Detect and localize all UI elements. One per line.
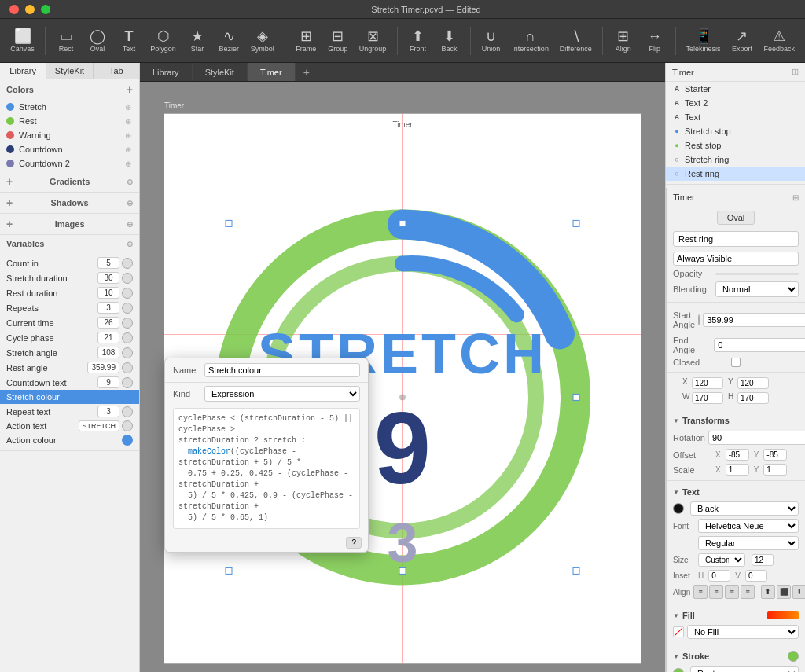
align-middle-btn[interactable]: ⬛	[777, 585, 791, 599]
layer-rest-stop[interactable]: ● Rest stop	[666, 138, 805, 152]
color-stretch[interactable]: Stretch ⊕	[0, 100, 139, 114]
text-color-select[interactable]: Black	[690, 501, 799, 516]
blending-select[interactable]: Normal	[715, 281, 799, 297]
var-action-text[interactable]: Action text STRETCH	[0, 419, 139, 433]
maximize-button[interactable]	[41, 5, 50, 14]
size-value-input[interactable]	[752, 554, 774, 566]
colors-add-btn[interactable]: +	[127, 83, 133, 96]
visibility-select[interactable]: Always Visible	[673, 252, 799, 266]
size-type-select[interactable]: Custom	[698, 553, 745, 567]
expr-name-input[interactable]	[204, 363, 360, 377]
export-tool[interactable]: ↗ Export	[728, 26, 757, 56]
difference-tool[interactable]: ∖ Difference	[556, 26, 596, 56]
var-rest-angle-toggle[interactable]	[122, 362, 133, 373]
ungroup-tool[interactable]: ⊠ Ungroup	[355, 26, 391, 56]
scale-x-input[interactable]	[726, 464, 749, 476]
var-count-in[interactable]: Count in 5	[0, 255, 139, 270]
var-stretch-duration[interactable]: Stretch duration 30	[0, 270, 139, 285]
w-input[interactable]	[692, 392, 723, 404]
var-cycle-phase-toggle[interactable]	[122, 332, 133, 343]
x-input[interactable]	[692, 377, 723, 389]
var-rest-angle[interactable]: Rest angle 359.99	[0, 360, 139, 375]
variables-header[interactable]: Variables ⊕	[0, 235, 139, 252]
align-center-btn[interactable]: ≡	[709, 585, 723, 599]
fill-section-header[interactable]: ▼ Fill	[667, 608, 805, 623]
bezier-tool[interactable]: ∿ Bezier	[215, 26, 243, 56]
var-stretch-colour[interactable]: Stretch colour	[0, 390, 139, 404]
var-current-time[interactable]: Current time 26	[0, 315, 139, 330]
end-angle-input[interactable]	[714, 338, 805, 352]
fill-type-select[interactable]: No Fill	[687, 625, 799, 639]
align-tool[interactable]: ⊞ Align	[609, 26, 638, 56]
stylekit-tab[interactable]: StyleKit	[193, 63, 248, 81]
minimize-button[interactable]	[25, 5, 35, 14]
shadows-header-left[interactable]: + Shadows ⊕	[0, 193, 139, 213]
var-repeat-text-toggle[interactable]	[122, 406, 133, 417]
align-right-btn[interactable]: ≡	[725, 585, 739, 599]
offset-x-input[interactable]	[726, 449, 749, 461]
align-bottom-btn[interactable]: ⬇	[792, 585, 805, 599]
inset-h-input[interactable]	[708, 570, 730, 582]
shadows-add[interactable]: +	[6, 196, 13, 209]
transforms-section[interactable]: ▼ Transforms	[667, 413, 805, 428]
color-rest[interactable]: Rest ⊕	[0, 114, 139, 128]
images-add[interactable]: +	[6, 218, 13, 230]
layer-text2[interactable]: A Text 2	[666, 96, 805, 110]
color-warning[interactable]: Warning ⊕	[0, 128, 139, 142]
union-tool[interactable]: ∪ Union	[476, 26, 505, 56]
y-input[interactable]	[737, 377, 769, 389]
gradients-add[interactable]: +	[6, 175, 13, 188]
tab-stylekit[interactable]: StyleKit	[46, 63, 93, 79]
var-countdown-text-toggle[interactable]	[122, 377, 133, 388]
tab-library[interactable]: Library	[0, 63, 46, 79]
timer-tab[interactable]: Timer	[248, 63, 296, 81]
images-header[interactable]: + Images ⊕	[0, 214, 139, 234]
rotation-input[interactable]	[708, 431, 805, 445]
var-count-in-toggle[interactable]	[122, 258, 133, 269]
text-tool[interactable]: T Text	[115, 26, 143, 56]
add-tab-button[interactable]: +	[296, 63, 318, 81]
layer-stretch-ring[interactable]: ○ Stretch ring	[666, 152, 805, 167]
front-tool[interactable]: ⬆ Front	[404, 26, 432, 56]
expr-code-block[interactable]: cyclePhase < (stretchDuration - 5) || cy…	[173, 408, 360, 529]
var-rest-dur-toggle[interactable]	[122, 288, 133, 299]
inset-v-input[interactable]	[745, 570, 767, 582]
inspector-options-btn[interactable]: ⊞	[792, 193, 799, 202]
var-repeats[interactable]: Repeats 3	[0, 300, 139, 315]
star-tool[interactable]: ★ Star	[183, 26, 211, 56]
canvas-area[interactable]: Timer Timer STRETCH	[140, 82, 665, 672]
color-countdown2[interactable]: Countdown 2 ⊕	[0, 156, 139, 171]
oval-tool[interactable]: ◯ Oval	[83, 26, 112, 56]
var-stretch-angle[interactable]: Stretch angle 108	[0, 345, 139, 360]
offset-y-input[interactable]	[763, 449, 787, 461]
h-input[interactable]	[737, 392, 769, 404]
var-repeat-text[interactable]: Repeat text 3	[0, 404, 139, 419]
font-style-select[interactable]: Regular	[698, 536, 799, 550]
close-button[interactable]	[9, 5, 19, 14]
inspector-name-input[interactable]	[673, 231, 799, 247]
colors-header[interactable]: Colors +	[0, 79, 139, 100]
frame-tool[interactable]: ⊞ Frame	[292, 26, 321, 56]
align-justify-btn[interactable]: ≡	[741, 585, 755, 599]
telekinesis-tool[interactable]: 📱 Telekinesis	[682, 26, 725, 56]
layer-rest-ring[interactable]: ○ Rest ring	[666, 167, 805, 181]
stroke-color-select[interactable]: Rest	[690, 666, 799, 672]
stroke-color-dot[interactable]	[673, 668, 684, 672]
gradients-header[interactable]: + Gradients ⊕	[0, 171, 139, 192]
text-section[interactable]: ▼ Text	[667, 484, 805, 500]
var-action-colour[interactable]: Action colour	[0, 433, 139, 447]
opacity-slider[interactable]	[715, 273, 799, 275]
scale-y-input[interactable]	[763, 464, 787, 476]
font-family-select[interactable]: Helvetica Neue	[698, 519, 799, 533]
align-top-btn[interactable]: ⬆	[761, 585, 775, 599]
color-countdown[interactable]: Countdown ⊕	[0, 142, 139, 156]
layer-starter[interactable]: A Starter	[666, 82, 805, 96]
text-color-dot[interactable]	[673, 503, 684, 514]
var-rest-duration[interactable]: Rest duration 10	[0, 285, 139, 300]
var-stretch-dur-toggle[interactable]	[122, 273, 133, 284]
align-left-btn[interactable]: ≡	[693, 585, 708, 599]
var-action-text-toggle[interactable]	[122, 420, 133, 431]
var-stretch-angle-toggle[interactable]	[122, 347, 133, 358]
layers-panel-expand[interactable]: ⊞	[792, 67, 799, 77]
var-repeats-toggle[interactable]	[122, 303, 133, 314]
